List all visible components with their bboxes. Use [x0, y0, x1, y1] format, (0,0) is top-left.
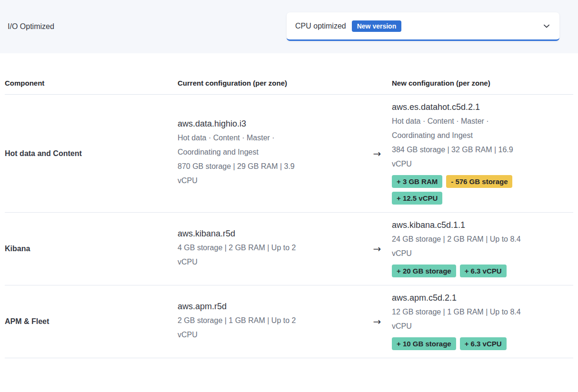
storage-decrease-badge: - 576 GB storage: [446, 175, 512, 188]
current-configuration: aws.kibana.r5d 4 GB storage | 2 GB RAM |…: [178, 221, 362, 277]
new-configuration: aws.apm.c5d.2.1 12 GB storage | 1 GB RAM…: [392, 285, 573, 358]
table-row: Hot data and Content aws.data.highio.i3 …: [5, 95, 573, 213]
current-profile-label: I/O Optimized: [8, 22, 54, 31]
chevron-down-icon: [542, 22, 551, 30]
component-name: APM & Fleet: [5, 310, 178, 333]
column-header-current-configuration: Current configuration (per zone): [178, 74, 362, 94]
specs-text: 2 GB storage | 1 GB RAM | Up to 2 vCPU: [178, 314, 311, 342]
arrow-right-icon: →: [362, 140, 392, 167]
column-header-new-configuration: New configuration (per zone): [392, 74, 573, 94]
new-version-badge: New version: [352, 20, 401, 32]
change-badges: + 10 GB storage + 6.3 vCPU: [392, 337, 537, 350]
profile-select-value: CPU optimized: [295, 22, 346, 30]
instance-name: aws.data.highio.i3: [178, 119, 320, 129]
instance-name: aws.kibana.r5d: [178, 229, 320, 239]
specs-text: 4 GB storage | 2 GB RAM | Up to 2 vCPU: [178, 241, 311, 269]
column-header-component: Component: [5, 74, 178, 94]
new-configuration: aws.es.datahot.c5d.2.1 Hot data · Conten…: [392, 95, 573, 212]
specs-text: 870 GB storage | 29 GB RAM | 3.9 vCPU: [178, 159, 311, 188]
instance-name: aws.es.datahot.c5d.2.1: [392, 102, 535, 112]
configuration-comparison-table: Component Current configuration (per zon…: [0, 74, 578, 358]
table-header-row: Component Current configuration (per zon…: [5, 74, 573, 95]
storage-increase-badge: + 10 GB storage: [392, 337, 456, 350]
profile-select[interactable]: CPU optimized New version: [287, 12, 559, 41]
change-badges: + 3 GB RAM - 576 GB storage + 12.5 vCPU: [392, 175, 537, 205]
specs-text: 384 GB storage | 32 GB RAM | 16.9 vCPU: [392, 143, 525, 171]
roles-text: Hot data · Content · Master · Coordinati…: [178, 131, 311, 159]
instance-name: aws.apm.c5d.2.1: [392, 293, 535, 303]
vcpu-increase-badge: + 12.5 vCPU: [392, 192, 442, 205]
storage-increase-badge: + 20 GB storage: [392, 265, 456, 277]
new-configuration: aws.kibana.c5d.1.1 24 GB storage | 2 GB …: [392, 213, 573, 285]
current-configuration: aws.data.highio.i3 Hot data · Content · …: [178, 111, 362, 196]
instance-name: aws.apm.r5d: [178, 302, 320, 312]
specs-text: 12 GB storage | 1 GB RAM | Up to 8.4 vCP…: [392, 305, 525, 333]
vcpu-increase-badge: + 6.3 vCPU: [460, 337, 507, 350]
profile-change-header: I/O Optimized CPU optimized New version: [0, 0, 578, 53]
component-name: Hot data and Content: [5, 142, 178, 166]
arrow-right-icon: →: [362, 235, 392, 262]
component-name: Kibana: [5, 237, 178, 261]
column-header-arrow-spacer: [362, 78, 392, 90]
change-badges: + 20 GB storage + 6.3 vCPU: [392, 265, 537, 277]
vcpu-increase-badge: + 6.3 vCPU: [460, 265, 507, 277]
instance-name: aws.kibana.c5d.1.1: [392, 220, 535, 230]
arrow-right-icon: →: [362, 308, 392, 335]
current-configuration: aws.apm.r5d 2 GB storage | 1 GB RAM | Up…: [178, 294, 362, 350]
ram-increase-badge: + 3 GB RAM: [392, 175, 442, 188]
roles-text: Hot data · Content · Master · Coordinati…: [392, 114, 525, 143]
specs-text: 24 GB storage | 2 GB RAM | Up to 8.4 vCP…: [392, 232, 525, 261]
table-row: APM & Fleet aws.apm.r5d 2 GB storage | 1…: [5, 285, 573, 358]
table-row: Kibana aws.kibana.r5d 4 GB storage | 2 G…: [5, 213, 573, 285]
